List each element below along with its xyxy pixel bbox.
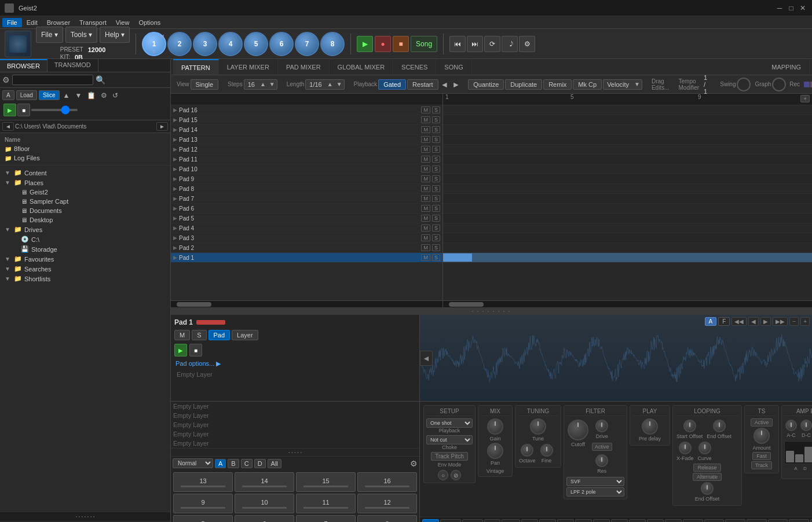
track-pad9[interactable]: ▶Pad 9MS — [171, 174, 442, 184]
pad-pad-btn[interactable]: Pad — [209, 330, 231, 340]
grid-row-5[interactable] — [443, 214, 812, 223]
pt-gated-btn[interactable]: Gated — [378, 79, 406, 90]
menu-file[interactable]: File — [2, 18, 22, 27]
track-m-3[interactable]: M — [421, 234, 430, 241]
grid-row-13[interactable] — [443, 135, 812, 145]
track-m-1[interactable]: M — [421, 254, 430, 261]
track-pad15[interactable]: ▶Pad 15MS — [171, 115, 442, 125]
pt-remix-btn[interactable]: Remix — [543, 79, 572, 90]
track-m-10[interactable]: M — [421, 166, 430, 172]
layer-resize-handle[interactable]: • • • • • — [171, 448, 419, 457]
res-knob[interactable] — [595, 454, 608, 467]
stop-record-button[interactable]: ■ — [393, 36, 409, 52]
pad-btn-13[interactable]: 13 — [173, 472, 233, 492]
track-pad14[interactable]: ▶Pad 14MS — [171, 125, 442, 135]
track-scrollbar-thumb[interactable] — [177, 302, 211, 307]
amp-dc-knob[interactable] — [800, 420, 812, 431]
grid-row-14[interactable] — [443, 125, 812, 135]
track-s-1[interactable]: S — [432, 254, 440, 261]
pre-delay-knob[interactable] — [642, 418, 658, 435]
pad-circle-4[interactable]: 4 — [218, 32, 243, 56]
forward-button[interactable]: ⏭ — [467, 36, 483, 52]
cutoff-knob[interactable] — [568, 420, 588, 440]
track-m-14[interactable]: M — [421, 126, 430, 133]
ts-active-btn[interactable]: Active — [751, 418, 773, 427]
split-resize-handle[interactable]: • • • • • • • • — [171, 307, 812, 315]
bottom-all-btn[interactable]: All — [268, 459, 281, 468]
src-btn-s5[interactable]: S 5 — [593, 519, 610, 522]
pad-btn-12[interactable]: 12 — [357, 494, 417, 513]
tree-c[interactable]: 💿 C:\ — [2, 234, 168, 244]
tab-pattern[interactable]: PATTERN — [173, 59, 219, 75]
bottom-b-btn[interactable]: B — [228, 459, 239, 468]
pad-btn-9[interactable]: 9 — [173, 494, 233, 513]
src-btn-s9[interactable]: S 9 — [665, 519, 682, 522]
tree-documents[interactable]: 🖥 Documents — [2, 206, 168, 215]
pad-circle-7[interactable]: 7 — [295, 32, 319, 56]
back-button[interactable]: ⏮ — [449, 36, 466, 52]
track-pad13[interactable]: ▶Pad 13MS — [171, 135, 442, 145]
layer-prev-btn[interactable]: ◀ — [748, 317, 759, 326]
grid-row-1-active[interactable] — [443, 253, 812, 263]
bottom-normal-select[interactable]: Normal — [173, 458, 213, 468]
tree-geist2[interactable]: 🖥 Geist2 — [2, 188, 168, 197]
drive-knob[interactable] — [595, 420, 608, 432]
curve-knob[interactable] — [698, 442, 711, 454]
pad-btn-16[interactable]: 16 — [357, 472, 417, 492]
one-shot-select[interactable]: One shot — [426, 418, 473, 428]
tree-drives[interactable]: ▼ 📁 Drives — [2, 225, 168, 234]
grid-row-6[interactable] — [443, 204, 812, 214]
src-btn-s12[interactable]: S 12 — [725, 519, 745, 522]
ts-track-btn[interactable]: Track — [751, 461, 772, 469]
env-icon-btn1[interactable]: ○ — [438, 470, 448, 480]
transmod-up-btn[interactable]: ▲ — [61, 91, 72, 100]
track-s-8[interactable]: S — [432, 185, 440, 192]
src-btn-s8[interactable]: S 8 — [647, 519, 664, 522]
transmod-slice-btn[interactable]: Slice — [39, 90, 60, 100]
path-back-button[interactable]: ◄ — [2, 122, 14, 131]
env-icon-btn2[interactable]: ⊘ — [451, 470, 461, 480]
track-pad11[interactable]: ▶Pad 11MS — [171, 155, 442, 164]
track-pad7[interactable]: ▶Pad 7MS — [171, 194, 442, 204]
empty-layer-5[interactable]: Empty Layer — [171, 439, 419, 448]
src-btn-s3[interactable]: S 3 — [557, 519, 574, 522]
pt-duplicate-btn[interactable]: Duplicate — [505, 79, 542, 90]
pan-knob[interactable] — [487, 443, 503, 459]
pad-circle-3[interactable]: 3 — [193, 32, 217, 56]
track-m-12[interactable]: M — [421, 146, 430, 153]
tree-searches[interactable]: ▼ 📁 Searches — [2, 264, 168, 274]
track-s-4[interactable]: S — [432, 225, 440, 231]
pad-btn-11[interactable]: 11 — [296, 494, 356, 513]
octave-knob[interactable] — [521, 444, 533, 457]
bottom-d-btn[interactable]: D — [254, 459, 266, 468]
track-m-5[interactable]: M — [421, 215, 430, 222]
track-s-9[interactable]: S — [432, 175, 440, 182]
empty-layer-1[interactable]: Empty Layer — [171, 402, 419, 411]
transmod-icon3[interactable]: ↺ — [111, 91, 120, 100]
browser-search-input[interactable] — [12, 75, 93, 85]
track-pad10[interactable]: ▶Pad 10MS — [171, 164, 442, 174]
transmod-icon1[interactable]: 📋 — [85, 91, 97, 100]
playback-volume-slider[interactable] — [31, 109, 78, 111]
xfade-knob[interactable] — [679, 442, 692, 454]
src-btn-vel[interactable]: Vel — [484, 519, 500, 522]
track-s-15[interactable]: S — [432, 116, 440, 123]
grid-row-4[interactable] — [443, 223, 812, 233]
layer-minus-btn[interactable]: − — [789, 317, 799, 326]
pad-btn-8[interactable]: 8 — [357, 515, 417, 522]
pt-restart-btn[interactable]: Restart — [407, 79, 438, 90]
swing-knob[interactable] — [737, 78, 751, 91]
pt-single-btn[interactable]: Single — [191, 79, 219, 90]
pad-s-btn[interactable]: S — [192, 330, 206, 340]
track-m-11[interactable]: M — [421, 156, 430, 163]
end-offset-knob[interactable] — [713, 420, 726, 432]
grid-row-8[interactable] — [443, 184, 812, 194]
metronome-button[interactable]: 𝅘𝅥𝅮 — [502, 36, 518, 52]
src-btn-s13[interactable]: S 13 — [747, 519, 767, 522]
tools-button[interactable]: Tools ▾ — [65, 27, 97, 43]
layer-next-btn[interactable]: ▶ — [760, 317, 771, 326]
transmod-load-btn[interactable]: Load — [16, 90, 37, 100]
layer-a-btn[interactable]: A — [705, 317, 717, 326]
pad-circle-8[interactable]: 8 — [320, 32, 345, 56]
src-btn-src[interactable]: Src — [422, 519, 439, 522]
